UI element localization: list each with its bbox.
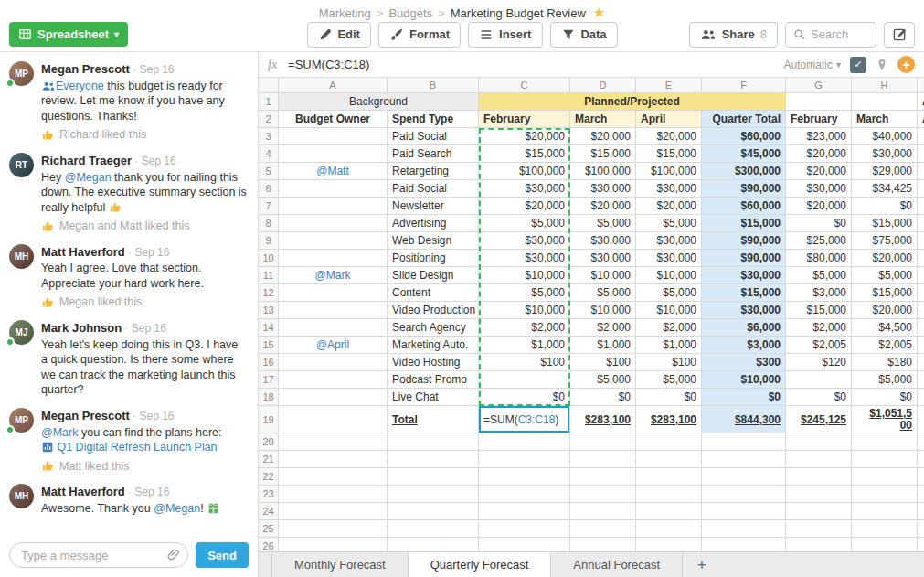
cell-february-12[interactable]: $5,000 — [479, 284, 570, 302]
total-label[interactable]: Total — [388, 406, 479, 433]
column-header-H[interactable]: H — [852, 78, 918, 93]
cell-april-8[interactable]: $5,000 — [636, 215, 702, 232]
cell-partial-13[interactable] — [918, 302, 924, 319]
cell-february-18[interactable]: $0 — [479, 389, 570, 406]
group-header-planned-projected[interactable]: Planned/Projected — [479, 93, 786, 111]
cell-actual-february-18[interactable]: $0 — [786, 389, 852, 406]
cell-empty[interactable] — [570, 503, 636, 520]
cell-actual-march-11[interactable]: $5,000 — [852, 267, 918, 284]
header-budget-owner[interactable]: Budget Owner — [279, 111, 388, 128]
pin-icon[interactable] — [876, 59, 887, 71]
header-actual-march[interactable]: March — [852, 111, 918, 128]
cell-empty[interactable] — [918, 486, 924, 503]
cell-actual-february-11[interactable]: $5,000 — [786, 267, 852, 284]
cell-february-11[interactable]: $10,000 — [479, 267, 570, 284]
cell-february-7[interactable]: $20,000 — [479, 198, 570, 215]
cell-empty[interactable] — [702, 538, 786, 551]
cell-empty[interactable] — [570, 433, 636, 451]
group-header-actual-clipped[interactable]: A — [918, 93, 924, 111]
cell-empty[interactable] — [786, 433, 852, 451]
cell-empty[interactable] — [636, 486, 702, 503]
cell-spend-type-4[interactable]: Paid Search — [388, 145, 479, 163]
cell-quarter-total-6[interactable]: $90,000 — [702, 180, 786, 198]
checkbox-tool-icon[interactable]: ✓ — [850, 57, 866, 73]
cell-quarter-total-9[interactable]: $90,000 — [702, 232, 786, 250]
row-header-21[interactable]: 21 — [259, 451, 279, 468]
cell-actual-march-3[interactable]: $40,000 — [852, 128, 918, 145]
total-actual-february[interactable]: $245,125 — [786, 406, 852, 433]
row-header-26[interactable]: 26 — [259, 538, 279, 551]
cell-actual-march-10[interactable]: $20,000 — [852, 250, 918, 267]
cell-empty[interactable] — [852, 503, 918, 520]
cell-owner-5[interactable]: @Matt — [279, 163, 388, 180]
cell-partial-17[interactable] — [918, 371, 924, 389]
grid-corner[interactable] — [259, 78, 279, 93]
column-header-E[interactable]: E — [636, 78, 702, 93]
cell-spend-type-6[interactable]: Paid Social — [388, 180, 479, 198]
cell-empty[interactable] — [786, 451, 852, 468]
cell-empty[interactable] — [570, 520, 636, 538]
edit-button[interactable]: Edit — [306, 22, 371, 48]
row-header-5[interactable]: 5 — [259, 163, 279, 180]
cell-empty[interactable] — [786, 503, 852, 520]
cell-partial-19[interactable] — [918, 406, 924, 433]
cell-empty[interactable] — [852, 520, 918, 538]
cell-H1[interactable] — [852, 93, 918, 111]
cell-actual-february-12[interactable]: $3,000 — [786, 284, 852, 302]
cell-spend-type-3[interactable]: Paid Social — [388, 128, 479, 145]
row-header-13[interactable]: 13 — [259, 302, 279, 319]
cell-quarter-total-7[interactable]: $60,000 — [702, 198, 786, 215]
cell-quarter-total-16[interactable]: $300 — [702, 354, 786, 371]
cell-april-17[interactable]: $5,000 — [636, 371, 702, 389]
cell-empty[interactable] — [279, 433, 388, 451]
header-spend-type[interactable]: Spend Type — [388, 111, 479, 128]
cell-partial-6[interactable] — [918, 180, 924, 198]
cell-actual-march-17[interactable]: $5,000 — [852, 371, 918, 389]
row-header-1[interactable]: 1 — [259, 93, 279, 111]
cell-quarter-total-14[interactable]: $6,000 — [702, 319, 786, 337]
row-header-14[interactable]: 14 — [259, 319, 279, 337]
cell-empty[interactable] — [570, 468, 636, 486]
row-header-22[interactable]: 22 — [259, 468, 279, 486]
cell-empty[interactable] — [852, 433, 918, 451]
row-header-11[interactable]: 11 — [259, 267, 279, 284]
mention-link[interactable]: @Megan — [154, 502, 200, 515]
cell-march-12[interactable]: $5,000 — [570, 284, 636, 302]
cell-empty[interactable] — [388, 538, 479, 551]
cell-actual-march-14[interactable]: $4,500 — [852, 319, 918, 337]
cell-empty[interactable] — [479, 486, 570, 503]
cell-G1[interactable] — [786, 93, 852, 111]
row-header-24[interactable]: 24 — [259, 503, 279, 520]
cell-march-15[interactable]: $1,000 — [570, 337, 636, 354]
tab-monthly-forecast[interactable]: Monthly Forecast — [271, 552, 409, 577]
cell-empty[interactable] — [570, 486, 636, 503]
cell-empty[interactable] — [479, 468, 570, 486]
cell-empty[interactable] — [388, 451, 479, 468]
cell-empty[interactable] — [570, 451, 636, 468]
cell-actual-february-14[interactable]: $2,000 — [786, 319, 852, 337]
cell-partial-10[interactable] — [918, 250, 924, 267]
row-header-6[interactable]: 6 — [259, 180, 279, 198]
cell-actual-march-8[interactable]: $15,000 — [852, 215, 918, 232]
cell-partial-16[interactable] — [918, 354, 924, 371]
cell-empty[interactable] — [918, 503, 924, 520]
cell-april-16[interactable]: $100 — [636, 354, 702, 371]
cell-quarter-total-11[interactable]: $30,000 — [702, 267, 786, 284]
search-box[interactable] — [785, 22, 876, 48]
cell-empty[interactable] — [279, 468, 388, 486]
tab-quarterly-forecast[interactable]: Quarterly Forecast — [409, 552, 552, 577]
cell-owner-8[interactable] — [279, 215, 388, 232]
cell-actual-february-16[interactable]: $120 — [786, 354, 852, 371]
cell-owner-10[interactable] — [279, 250, 388, 267]
cell-actual-february-7[interactable]: $20,000 — [786, 198, 852, 215]
row-header-3[interactable]: 3 — [259, 128, 279, 145]
mention-link[interactable]: @Mark — [41, 426, 78, 439]
cell-march-17[interactable]: $5,000 — [570, 371, 636, 389]
cell-empty[interactable] — [388, 503, 479, 520]
selected-cell-C19[interactable]: =SUM(C3:C18) — [479, 406, 570, 433]
row-header-8[interactable]: 8 — [259, 215, 279, 232]
cell-empty[interactable] — [702, 503, 786, 520]
message-input[interactable] — [9, 542, 188, 568]
cell-spend-type-5[interactable]: Retargeting — [388, 163, 479, 180]
cell-april-12[interactable]: $5,000 — [636, 284, 702, 302]
